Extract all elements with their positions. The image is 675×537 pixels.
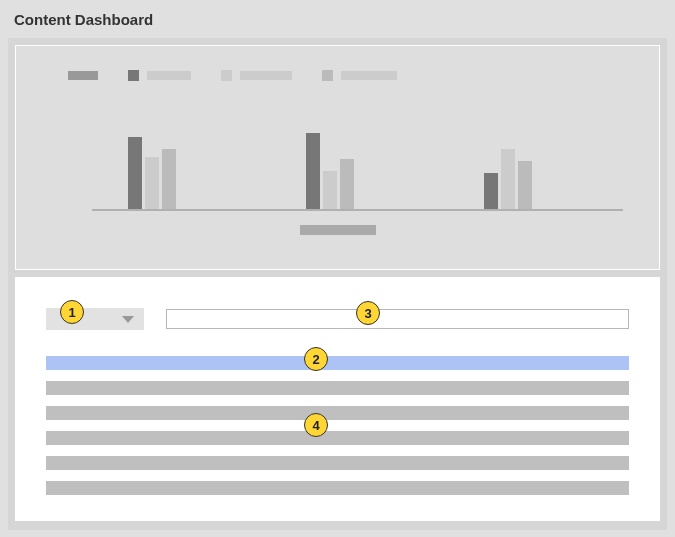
chart-caption [52, 225, 623, 235]
controls-row [46, 308, 629, 330]
legend-item-b [221, 70, 292, 81]
chart-axis [92, 209, 623, 211]
bar-group-3 [484, 149, 532, 209]
list-item[interactable] [46, 356, 629, 370]
chart-legend [52, 70, 623, 81]
legend-item-a [128, 70, 191, 81]
search-input[interactable] [166, 309, 629, 329]
chart-bar [340, 159, 354, 209]
legend-item-main [68, 71, 98, 80]
bar-group-2 [306, 133, 354, 209]
page-title: Content Dashboard [0, 0, 675, 38]
chevron-down-icon [122, 316, 134, 323]
data-list [46, 356, 629, 495]
chart-bar [128, 137, 142, 209]
chart-bar [501, 149, 515, 209]
chart-caption-text [300, 225, 376, 235]
bar-group-1 [128, 137, 176, 209]
legend-label-c [341, 71, 397, 80]
legend-swatch-icon [322, 70, 333, 81]
chart-bar [306, 133, 320, 209]
dashboard-frame: 1 2 3 4 [8, 38, 667, 530]
bar-chart [52, 111, 623, 211]
chart-bar [518, 161, 532, 209]
annotation-marker-1: 1 [60, 300, 84, 324]
legend-swatch-icon [128, 70, 139, 81]
legend-swatch-icon [221, 70, 232, 81]
annotation-marker-3: 3 [356, 301, 380, 325]
list-item[interactable] [46, 406, 629, 420]
legend-label-main [68, 71, 98, 80]
chart-panel [15, 45, 660, 270]
list-item[interactable] [46, 456, 629, 470]
content-panel: 1 2 3 4 [15, 277, 660, 521]
chart-bar [162, 149, 176, 209]
annotation-marker-2: 2 [304, 347, 328, 371]
list-item[interactable] [46, 481, 629, 495]
chart-bar [145, 157, 159, 209]
annotation-marker-4: 4 [304, 413, 328, 437]
legend-label-a [147, 71, 191, 80]
legend-label-b [240, 71, 292, 80]
list-item[interactable] [46, 431, 629, 445]
chart-bar [484, 173, 498, 209]
list-item[interactable] [46, 381, 629, 395]
legend-item-c [322, 70, 397, 81]
chart-bar [323, 171, 337, 209]
